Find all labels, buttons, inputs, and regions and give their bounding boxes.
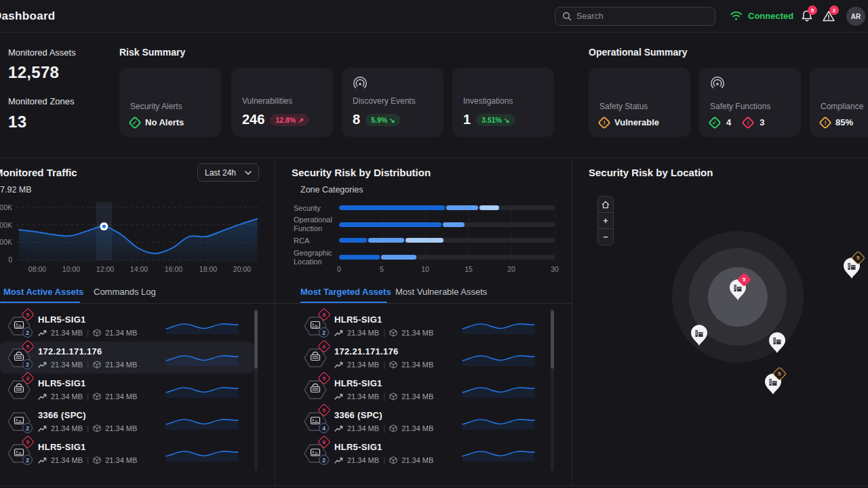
alerts-count-badge: 5 <box>808 5 817 15</box>
line-trend-icon <box>38 393 47 401</box>
tab-most-active-assets[interactable]: Most Active Assets <box>3 287 83 297</box>
line-trend-icon <box>334 393 343 401</box>
bar-segment-high <box>339 238 367 243</box>
check-diamond-icon: ✓ <box>128 116 142 129</box>
asset-sparkline <box>165 379 239 399</box>
map-pin[interactable]: 5 <box>764 373 782 395</box>
map-pin[interactable]: 5 <box>729 279 747 301</box>
card-discovery-events[interactable]: Discovery Events 8 5.9% ↘ <box>342 68 443 137</box>
x-axis-tick: 0 <box>324 265 354 273</box>
card-vulnerabilities[interactable]: Vulnerabilities 246 12.8% ↗ <box>231 68 333 137</box>
plc-device-icon: 52 <box>7 439 37 468</box>
map-pin[interactable]: 5 <box>843 258 861 279</box>
traffic-total: 7.92 MB <box>0 185 32 195</box>
tab-most-vulnerable-assets[interactable]: Most Vulnerable Assets <box>395 287 487 297</box>
plc-device-icon: 52 <box>7 312 37 340</box>
warnings-count-badge: 2 <box>829 5 839 15</box>
card-label: Safety Functions <box>710 102 790 111</box>
asset-name: HLR5-SIG1 <box>38 314 86 325</box>
card-label: Security Alerts <box>130 102 210 111</box>
asset-list-item[interactable]: 82HLR5-SIG121.34 MB|21.34 MB <box>303 437 554 469</box>
search-input[interactable]: Search <box>555 7 715 26</box>
radar-icon <box>353 77 368 92</box>
delta-badge: 5.9% ↘ <box>366 114 401 126</box>
card-safety-functions[interactable]: Safety Functions ✓ 4 ! 3 <box>699 68 801 137</box>
card-compliance[interactable]: Compliance ! 85% <box>810 68 868 137</box>
bar-segment-high <box>339 255 380 260</box>
map-zoom-out-button[interactable]: − <box>598 229 613 245</box>
divider <box>275 158 275 485</box>
map-pin-icon <box>768 332 786 354</box>
x-axis-tick: 10:00 <box>56 265 86 273</box>
scrollbar[interactable] <box>551 308 554 471</box>
cube-icon <box>389 392 397 401</box>
dashboard-root: Dashboard Search Connected 5 <box>0 0 868 488</box>
x-axis-tick: 5 <box>367 265 397 273</box>
asset-sparkline <box>165 411 239 431</box>
alert-diamond-icon: ! <box>597 116 611 129</box>
trend-down-icon: ↘ <box>504 116 510 124</box>
card-status: Vulnerable <box>614 117 659 127</box>
asset-name: 3366 (SPC) <box>38 410 86 420</box>
card-label: Safety Status <box>599 102 679 111</box>
scrollbar-thumb[interactable] <box>254 310 258 369</box>
card-safety-status[interactable]: Safety Status ! Vulnerable <box>589 68 690 137</box>
controller-device-icon: 52 <box>7 344 37 372</box>
asset-list-item[interactable]: 52HLR5-SIG121.34 MB|21.34 MB <box>7 310 258 342</box>
controller-device-icon: 6 <box>303 344 333 372</box>
asset-metrics: 21.34 MB|21.34 MB <box>38 360 137 369</box>
tab-most-targeted-assets[interactable]: Most Targeted Assets <box>300 287 391 297</box>
tab-commands-log[interactable]: Commands Log <box>94 287 156 297</box>
operational-summary-title: Operational Summary <box>589 47 688 58</box>
monitored-assets-value: 12,578 <box>8 63 59 82</box>
map-home-button[interactable] <box>598 197 613 213</box>
cube-icon <box>93 329 101 337</box>
map-pin[interactable] <box>768 332 786 354</box>
asset-sparkline <box>165 315 239 336</box>
asset-name: 3366 (SPC) <box>334 410 382 420</box>
divider <box>0 303 275 304</box>
bar-category-label: Geographic Location <box>294 249 338 266</box>
map-zoom-in-button[interactable]: + <box>598 213 613 229</box>
search-placeholder: Search <box>576 12 604 21</box>
asset-metrics: 21.34 MB|21.34 MB <box>334 455 433 465</box>
avatar[interactable]: AR <box>846 7 865 26</box>
asset-list-item[interactable]: 82HLR5-SIG121.34 MB|21.34 MB <box>303 310 554 342</box>
bar-segment-high <box>339 205 445 210</box>
divider <box>572 158 572 485</box>
card-investigations[interactable]: Investigations 1 3.51% ↘ <box>452 68 554 137</box>
asset-metrics: 21.34 MB|21.34 MB <box>334 392 433 401</box>
asset-list-item[interactable]: 23366 (SPC)21.34 MB|21.34 MB <box>7 405 258 437</box>
traffic-line-chart[interactable] <box>0 201 262 263</box>
scrollbar-thumb[interactable] <box>551 310 554 369</box>
stacked-bar[interactable] <box>339 205 555 210</box>
asset-list-item[interactable]: 3HLR5-SIG121.34 MB|21.34 MB <box>7 373 258 405</box>
plus-icon: + <box>603 216 608 226</box>
asset-metrics: 21.34 MB|21.34 MB <box>334 424 433 433</box>
info-circle-badge: 4 <box>319 423 329 433</box>
asset-list-item[interactable]: 52HLR5-SIG121.34 MB|21.34 MB <box>7 437 258 469</box>
plc-device-icon: 54 <box>303 407 333 436</box>
x-axis-tick: 30 <box>540 265 570 273</box>
stacked-bar[interactable] <box>339 255 555 260</box>
card-status: No Alerts <box>145 117 184 127</box>
asset-name: 172.21.171.176 <box>38 346 102 357</box>
info-circle-badge: 2 <box>319 455 329 465</box>
data-point-marker-dot <box>102 224 106 228</box>
stacked-bar[interactable] <box>339 222 555 227</box>
asset-list-item[interactable]: 52172.21.171.17621.34 MB|21.34 MB <box>7 342 258 373</box>
cube-icon <box>389 361 397 369</box>
time-range-select[interactable]: Last 24h <box>197 163 259 182</box>
card-security-alerts[interactable]: Security Alerts ✓ No Alerts <box>119 68 221 137</box>
map-pin[interactable] <box>690 325 708 346</box>
asset-name: HLR5-SIG1 <box>334 442 382 452</box>
traffic-area <box>19 219 257 262</box>
asset-list-item[interactable]: 6172.21.171.17621.34 MB|21.34 MB <box>303 342 554 373</box>
info-circle-badge: 2 <box>22 423 33 433</box>
scrollbar[interactable] <box>254 308 258 471</box>
stacked-bar[interactable] <box>339 238 555 243</box>
asset-list-item[interactable]: 5HLR5-SIG121.34 MB|21.34 MB <box>303 373 554 405</box>
x-axis-tick: 16:00 <box>159 265 189 273</box>
bar-segment-low <box>479 205 499 210</box>
asset-list-item[interactable]: 543366 (SPC)21.34 MB|21.34 MB <box>303 405 554 437</box>
